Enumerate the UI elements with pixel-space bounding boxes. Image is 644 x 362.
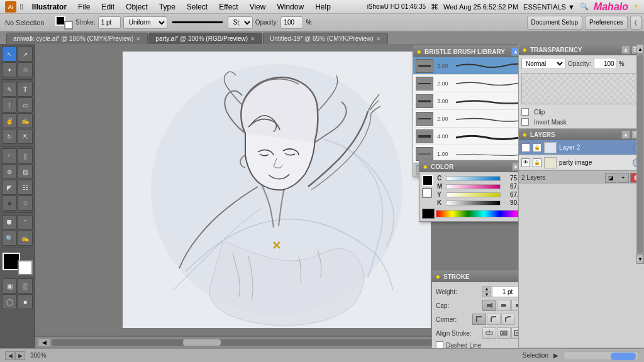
align-center-btn[interactable]	[482, 327, 496, 339]
menu-app-name[interactable]: Illustrator	[27, 1, 72, 13]
menu-effect[interactable]: Effect	[214, 1, 243, 13]
drawing-canvas[interactable]: ✕	[123, 52, 431, 328]
menu-file[interactable]: File	[73, 1, 95, 13]
magic-wand-tool[interactable]: ✦	[2, 62, 17, 77]
cap-round-btn[interactable]	[497, 300, 511, 311]
menu-help[interactable]: Help	[310, 1, 336, 13]
artboard-arrow[interactable]: ▶	[553, 352, 558, 359]
tab-party[interactable]: party.ai* @ 300% (RGB/Preview) ✕	[148, 33, 262, 44]
perspective-tool[interactable]: ◤	[2, 180, 17, 195]
preferences-button[interactable]: Preferences	[585, 16, 628, 30]
opacity-input-trans[interactable]	[594, 58, 616, 69]
tab-close-aniwalk[interactable]: ✕	[136, 36, 141, 42]
scroll-right-btn[interactable]: ▶	[15, 351, 25, 360]
cap-butt-btn[interactable]	[482, 300, 496, 311]
weight-stepper[interactable]: ▲ ▼	[482, 286, 491, 297]
align-inside-btn[interactable]	[497, 327, 511, 339]
color-expand-btn[interactable]: ►	[512, 162, 518, 171]
spectrum-bar[interactable]	[436, 210, 518, 217]
gradient-tool[interactable]: ◾	[2, 195, 17, 211]
brush-item-0[interactable]: 3.00 ▶	[413, 57, 518, 75]
y-slider[interactable]	[446, 192, 501, 197]
blend-mode-select[interactable]: Normal	[521, 58, 565, 69]
menu-window[interactable]: Window	[272, 1, 309, 13]
color-panel-header[interactable]: ◆ COLOR ► ☰	[419, 161, 518, 172]
brush-item-1[interactable]: 2.00	[413, 75, 518, 92]
layer-lock-1[interactable]: 🔒	[533, 158, 541, 167]
blend-tool[interactable]: ☆	[18, 195, 33, 211]
stroke-style-select[interactable]: Uniform	[123, 16, 167, 29]
corner-round-btn[interactable]	[487, 314, 501, 325]
stroke-panel-header[interactable]: ◆ STROKE ▲ ☰	[432, 271, 518, 282]
rotate-tool[interactable]: ↻	[2, 129, 17, 144]
search-icon[interactable]: 🔍	[580, 3, 589, 11]
scroll-left-btn[interactable]: ◀	[5, 351, 15, 360]
pencil-tool[interactable]: ✍	[18, 113, 33, 128]
direct-select-tool[interactable]: ↗	[18, 47, 33, 62]
weight-up[interactable]: ▲	[482, 286, 491, 292]
brush-item-2[interactable]: 3.00	[413, 92, 518, 110]
mesh-tool[interactable]: ☷	[18, 180, 33, 195]
stroke-weight-input[interactable]	[98, 16, 121, 29]
line-tool[interactable]: /	[2, 97, 17, 112]
menu-select[interactable]: Select	[182, 1, 213, 13]
brush-item-4[interactable]: 4.00	[413, 128, 518, 145]
eyedropper-tool[interactable]: ⛊	[2, 215, 17, 230]
tab-close-party[interactable]: ✕	[250, 36, 255, 42]
bristle-brush-panel-header[interactable]: ◆ BRISTLE BRUSH LIBRARY ▲ ☰ ✕	[413, 46, 518, 57]
menu-apple[interactable]: 	[20, 2, 23, 11]
normal-mode[interactable]: ▣	[2, 278, 17, 293]
width-tool[interactable]: ∥	[18, 148, 33, 163]
layer-item-0[interactable]: 👁 🔒 Layer 2	[519, 140, 644, 155]
pen-tool[interactable]: ✎	[2, 82, 17, 97]
c-slider[interactable]	[446, 176, 501, 181]
corner-miter-btn[interactable]	[472, 314, 486, 325]
make-comp-btn[interactable]: ◪	[605, 173, 616, 183]
weight-input[interactable]	[492, 286, 518, 297]
layers-header[interactable]: ◆ LAYERS ▲ ☰	[519, 129, 644, 140]
hand-tool[interactable]: ✍	[18, 231, 33, 246]
rect-tool[interactable]: ▭	[18, 97, 33, 112]
screen-mode[interactable]: ▒	[18, 278, 33, 293]
layer-eye-1[interactable]: 👁	[521, 158, 530, 167]
trans-expand-btn[interactable]: ▲	[621, 45, 630, 54]
background-color[interactable]	[18, 260, 33, 275]
type-tool[interactable]: T	[18, 82, 33, 97]
panel-expand-btn[interactable]: ▲	[511, 47, 518, 56]
transparency-header[interactable]: ◆ TRANSPARENCY ▲ ☰	[519, 44, 644, 55]
selection-tool[interactable]: ↖	[2, 47, 17, 62]
align-outside-btn[interactable]	[511, 327, 518, 339]
add-layer-btn[interactable]: +	[618, 173, 629, 183]
menu-edit[interactable]: Edit	[96, 1, 119, 13]
zoom-tool[interactable]: 🔍	[2, 231, 17, 246]
layer-item-1[interactable]: 👁 🔒 party image	[519, 155, 644, 170]
document-setup-button[interactable]: Document Setup	[527, 16, 583, 30]
layer-eye-0[interactable]: 👁	[521, 143, 530, 152]
lasso-tool[interactable]: ♲	[18, 62, 33, 77]
scale-tool[interactable]: ⇱	[18, 129, 33, 144]
essentials-button[interactable]: ESSENTIALS ▼	[523, 3, 575, 11]
style-select[interactable]: Style	[228, 16, 253, 29]
opacity-input[interactable]	[280, 16, 303, 29]
tab-untitled[interactable]: Untitled-19* @ 65% (CMYK/Preview) ✕	[263, 33, 388, 44]
live-paint-tool[interactable]: ▨	[18, 164, 33, 179]
dashed-checkbox[interactable]	[436, 341, 443, 348]
paintbrush-tool[interactable]: ✌	[2, 113, 17, 128]
shape-builder-tool[interactable]: ⊕	[2, 164, 17, 179]
change-screen-btn[interactable]: ■	[18, 294, 33, 309]
invert-checkbox[interactable]	[521, 118, 529, 126]
tab-aniwalk[interactable]: aniwalk cycle.ai* @ 100% (CMYK/Preview) …	[6, 33, 148, 44]
brush-item-3[interactable]: 2.00	[413, 110, 518, 128]
measure-tool[interactable]: “	[18, 215, 33, 230]
cap-square-btn[interactable]	[511, 300, 518, 311]
warp-tool[interactable]: ◜	[2, 148, 17, 163]
layers-expand-btn[interactable]: ▲	[621, 130, 630, 139]
corner-bevel-btn[interactable]	[501, 314, 515, 325]
right-scrollbar[interactable]: ▲ ▼	[636, 44, 644, 264]
menu-object[interactable]: Object	[121, 1, 153, 13]
color-swatch[interactable]	[422, 209, 435, 219]
clip-checkbox[interactable]	[521, 108, 529, 116]
k-slider[interactable]	[446, 200, 501, 206]
menu-type[interactable]: Type	[154, 1, 180, 13]
m-slider[interactable]	[446, 184, 501, 189]
